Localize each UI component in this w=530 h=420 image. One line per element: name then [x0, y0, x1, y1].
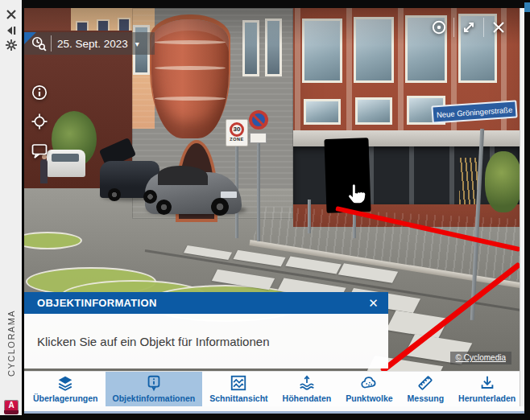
download-icon — [478, 374, 496, 392]
app-window: CYCLORAMA A — [0, 0, 530, 420]
settings-gear-icon[interactable] — [0, 37, 22, 53]
chevron-down-icon: ▾ — [135, 39, 139, 48]
privacy-blur-mask — [324, 138, 371, 213]
measure-ruler-icon — [416, 374, 434, 392]
window-edge — [520, 8, 524, 413]
corner-marker — [24, 32, 36, 44]
point-cloud-icon — [359, 374, 379, 392]
viewer-controls — [424, 16, 513, 39]
toolbar-button-herunterladen[interactable]: Herunterladen — [451, 372, 523, 406]
section-view-icon — [230, 374, 247, 392]
desktop-corner — [524, 2, 530, 12]
toolbar-button-schnittansicht[interactable]: Schnittansicht — [202, 372, 275, 406]
toolbar-button-hoehendaten[interactable]: Höhendaten — [275, 372, 339, 406]
toolbar-button-objektinformationen[interactable]: Objektinformationen — [106, 372, 203, 406]
app-logo[interactable]: A — [4, 400, 19, 414]
collapse-panel-icon[interactable] — [0, 23, 22, 39]
parked-van — [47, 150, 85, 177]
shrub — [485, 151, 520, 212]
sign-plate — [250, 133, 267, 143]
panel-title: OBJEKTINFORMATION — [37, 297, 157, 309]
elevation-data-icon — [298, 374, 316, 392]
toolbar-button-messung[interactable]: Messung — [400, 372, 452, 406]
layers-icon — [56, 374, 75, 392]
copyright-attribution[interactable]: © Cyclomedia — [450, 352, 511, 364]
app-sidebar: CYCLORAMA A — [0, 0, 22, 415]
recording-date-label: 25. Sept. 2023 — [57, 38, 128, 50]
object-information-panel: OBJEKTINFORMATION ✕ Klicken Sie auf ein … — [24, 292, 388, 369]
panel-message: Klicken Sie auf ein Objekt für Informati… — [37, 335, 270, 348]
toolbar-button-punktwolke[interactable]: Punktwolke — [338, 372, 400, 406]
comment-bubble-icon[interactable] — [31, 142, 48, 159]
viewpoint-eye-icon[interactable] — [424, 17, 453, 38]
close-viewer-icon[interactable] — [484, 17, 513, 38]
panel-header: OBJEKTINFORMATION ✕ — [24, 292, 388, 314]
speed-zone-sign: 30 ZONE — [226, 119, 248, 146]
recording-date-selector[interactable]: 25. Sept. 2023 ▾ — [24, 32, 155, 55]
locate-crosshair-icon[interactable] — [31, 113, 48, 130]
window-edge-accent — [24, 411, 524, 414]
panel-close-icon[interactable]: ✕ — [368, 296, 379, 311]
object-info-icon — [145, 374, 163, 392]
close-icon[interactable] — [0, 6, 22, 23]
building-turret — [151, 19, 229, 138]
pedestrian — [40, 159, 48, 183]
info-icon[interactable] — [31, 84, 48, 101]
cyclorama-viewer: Neue Gröningerstraße — [24, 8, 520, 406]
no-parking-sign — [249, 110, 268, 130]
bollard — [308, 200, 311, 233]
viewer-toolbar: Überlagerungen Objektinformationen — [24, 371, 520, 406]
panorama-view[interactable]: Neue Gröningerstraße — [24, 8, 520, 371]
fullscreen-icon[interactable] — [454, 17, 483, 38]
brand-label: CYCLORAMA — [0, 294, 22, 391]
sign-pole — [257, 143, 260, 241]
toolbar-button-ueberlagerungen[interactable]: Überlagerungen — [26, 372, 106, 406]
